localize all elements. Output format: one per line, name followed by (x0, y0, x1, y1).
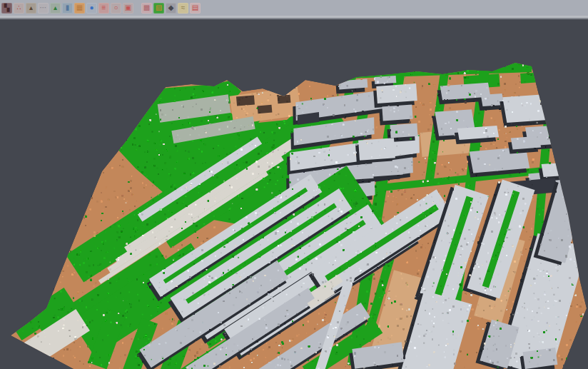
viewport-3d[interactable] (0, 19, 588, 369)
ortho-tile-icon[interactable]: ▦ (74, 3, 85, 14)
ortho-tile-icon-glyph: ▦ (76, 4, 83, 11)
report-icon[interactable]: ▤ (190, 3, 201, 14)
column-icon-glyph: ▮ (66, 4, 70, 11)
classified-map-icon-glyph: ▧ (156, 4, 162, 11)
mesh-dark-icon-glyph: ◆ (168, 4, 174, 11)
import-points-icon-glyph: ▚ (4, 4, 10, 11)
terrain-brown-icon-glyph: ▴ (29, 4, 33, 11)
terrain-green-icon-glyph: ▴ (54, 4, 57, 11)
globe-icon-glyph: ● (89, 4, 93, 11)
toolbar-group-2: ▩▧◆≈▤ (141, 3, 202, 14)
app-window: ▚∴▴⋯▴▮▦●≡○▣▩▧◆≈▤ (0, 0, 588, 369)
filter-grid-icon-glyph: ▩ (143, 4, 150, 11)
import-points-icon[interactable]: ▚ (1, 3, 12, 14)
fit-selection-icon-glyph: ▣ (125, 4, 131, 11)
globe-icon[interactable]: ● (86, 3, 97, 14)
profile-lines-icon[interactable]: ≡ (98, 3, 109, 14)
terrain-brown-icon[interactable]: ▴ (26, 3, 36, 14)
contour-icon-glyph: ≈ (181, 4, 186, 11)
toolbar-group-1: ▚∴▴⋯▴▮▦●≡○▣ (1, 3, 135, 14)
circle-select-icon[interactable]: ○ (111, 3, 121, 14)
classify-points-icon-glyph: ∴ (16, 4, 21, 11)
terrain-green-icon[interactable]: ▴ (50, 3, 61, 14)
fit-selection-icon[interactable]: ▣ (123, 3, 133, 14)
column-icon[interactable]: ▮ (62, 3, 73, 14)
point-cloud-canvas[interactable] (0, 19, 588, 369)
profile-lines-icon-glyph: ≡ (102, 4, 106, 11)
mesh-dark-icon[interactable]: ◆ (166, 3, 176, 14)
report-icon-glyph: ▤ (192, 4, 198, 11)
filter-grid-icon[interactable]: ▩ (141, 3, 152, 14)
contour-icon[interactable]: ≈ (178, 3, 188, 14)
sparse-points-icon[interactable]: ⋯ (38, 3, 49, 14)
toolbar: ▚∴▴⋯▴▮▦●≡○▣▩▧◆≈▤ (0, 0, 588, 16)
classify-points-icon[interactable]: ∴ (14, 3, 24, 14)
sparse-points-icon-glyph: ⋯ (40, 4, 47, 11)
circle-select-icon-glyph: ○ (113, 4, 118, 11)
classified-map-icon[interactable]: ▧ (153, 3, 164, 14)
